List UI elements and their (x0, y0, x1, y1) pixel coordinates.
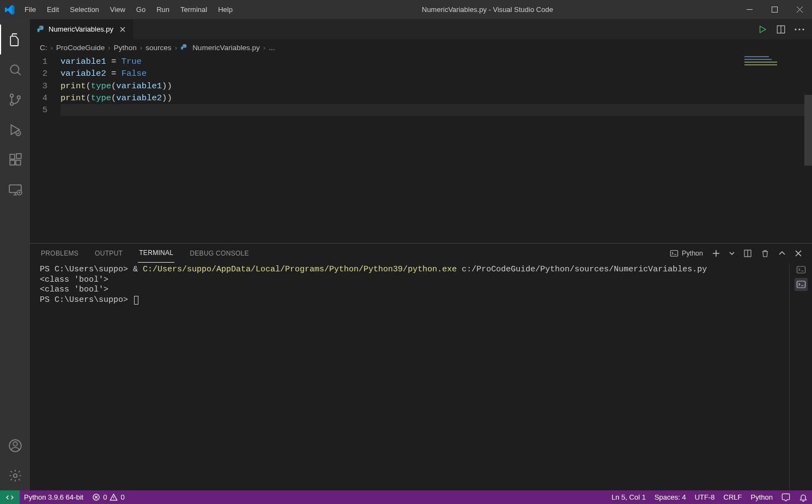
svg-point-4 (17, 95, 20, 98)
window-maximize-button[interactable] (762, 0, 787, 19)
source-control-icon[interactable] (0, 84, 30, 114)
svg-point-16 (795, 28, 796, 30)
python-file-icon (180, 44, 188, 51)
svg-rect-6 (10, 154, 15, 159)
svg-rect-20 (744, 59, 772, 60)
svg-rect-8 (16, 160, 21, 165)
main-area: NumericVariables.py C:› ProCodeGuide› Py… (0, 19, 812, 490)
editor-toolbar (750, 19, 812, 39)
status-bar: Python 3.9.6 64-bit 0 0 Ln 5, Col 1 Spac… (0, 490, 812, 504)
settings-gear-icon[interactable] (0, 460, 30, 490)
status-interpreter[interactable]: Python 3.9.6 64-bit (20, 490, 88, 504)
svg-point-2 (10, 94, 13, 96)
split-editor-icon[interactable] (776, 25, 786, 34)
panel-close-icon[interactable] (795, 250, 802, 257)
tab-close-icon[interactable] (119, 26, 126, 33)
minimap[interactable] (744, 55, 804, 77)
bottom-panel: Problems Output Terminal Debug Console P… (30, 243, 812, 490)
svg-rect-25 (797, 266, 805, 273)
remote-indicator[interactable] (0, 490, 20, 504)
explorer-icon[interactable] (0, 25, 30, 54)
python-file-icon (37, 25, 45, 34)
status-indentation[interactable]: Spaces: 4 (650, 490, 690, 504)
crumb-p1[interactable]: ProCodeGuide (56, 44, 105, 52)
svg-point-18 (802, 28, 804, 30)
breadcrumb[interactable]: C:› ProCodeGuide› Python› sources› Numer… (30, 40, 812, 55)
editor-area: NumericVariables.py C:› ProCodeGuide› Py… (30, 19, 812, 490)
editor-scrollbar[interactable] (804, 55, 812, 243)
run-file-icon[interactable] (758, 25, 767, 34)
tab-numericvariables[interactable]: NumericVariables.py (30, 19, 134, 39)
titlebar: File Edit Selection View Go Run Terminal… (0, 0, 812, 19)
status-language-mode[interactable]: Python (747, 490, 777, 504)
svg-rect-9 (16, 154, 21, 159)
crumb-p2[interactable]: Python (114, 44, 137, 52)
kill-terminal-icon[interactable] (761, 249, 769, 258)
window-title: NumericVariables.py - Visual Studio Code (238, 5, 737, 14)
svg-point-17 (798, 28, 800, 30)
terminal-dropdown-icon[interactable] (729, 251, 735, 256)
svg-point-1 (10, 65, 19, 73)
menu-terminal[interactable]: Terminal (175, 0, 213, 19)
code-content[interactable]: variable1 = True variable2 = False print… (60, 55, 812, 243)
svg-point-3 (10, 102, 13, 105)
svg-point-14 (13, 473, 17, 477)
svg-rect-23 (670, 250, 677, 256)
svg-rect-7 (10, 160, 15, 165)
svg-rect-0 (772, 7, 777, 13)
panel-tab-debug-console[interactable]: Debug Console (189, 244, 250, 263)
more-actions-icon[interactable] (795, 28, 804, 31)
terminal-selector[interactable]: Python (670, 249, 703, 258)
terminal-instance-icon[interactable] (796, 265, 806, 275)
svg-rect-22 (744, 64, 777, 65)
status-cursor-position[interactable]: Ln 5, Col 1 (607, 490, 650, 504)
extensions-icon[interactable] (0, 144, 30, 174)
remote-explorer-icon[interactable] (0, 174, 30, 204)
activity-bar (0, 19, 30, 490)
editor-panel-split: 1 2 3 4 5 variable1 = True variable2 = F… (30, 55, 812, 490)
crumb-file[interactable]: NumericVariables.py (192, 44, 260, 52)
crumb-root[interactable]: C: (40, 44, 47, 52)
crumb-tail[interactable]: ... (269, 44, 275, 52)
status-problems[interactable]: 0 0 (88, 490, 129, 504)
menu-view[interactable]: View (105, 0, 131, 19)
menubar: File Edit Selection View Go Run Terminal… (19, 0, 238, 19)
line-number-gutter: 1 2 3 4 5 (30, 55, 60, 243)
vscode-logo-icon (0, 5, 19, 15)
menu-edit[interactable]: Edit (41, 0, 64, 19)
run-debug-icon[interactable] (0, 114, 30, 144)
menu-go[interactable]: Go (131, 0, 151, 19)
tab-filename: NumericVariables.py (49, 25, 113, 33)
terminal-side-gutter (789, 263, 812, 490)
svg-rect-26 (797, 281, 805, 288)
window-controls (737, 0, 812, 19)
code-editor[interactable]: 1 2 3 4 5 variable1 = True variable2 = F… (30, 55, 812, 243)
terminal-instance-icon[interactable] (795, 278, 808, 291)
menu-help[interactable]: Help (213, 0, 238, 19)
window-minimize-button[interactable] (737, 0, 762, 19)
window-close-button[interactable] (787, 0, 812, 19)
crumb-p3[interactable]: sources (146, 44, 171, 52)
menu-selection[interactable]: Selection (64, 0, 104, 19)
svg-rect-21 (744, 62, 777, 63)
editor-tabs: NumericVariables.py (30, 19, 812, 40)
panel-tab-output[interactable]: Output (94, 244, 124, 263)
panel-tab-problems[interactable]: Problems (40, 244, 80, 263)
accounts-icon[interactable] (0, 430, 30, 460)
status-notifications-icon[interactable] (795, 490, 812, 504)
menu-run[interactable]: Run (151, 0, 175, 19)
svg-rect-19 (744, 56, 769, 57)
split-terminal-icon[interactable] (743, 249, 752, 258)
panel-tabs: Problems Output Terminal Debug Console P… (30, 244, 812, 263)
svg-point-13 (13, 441, 17, 446)
terminal-cursor (134, 296, 138, 305)
menu-file[interactable]: File (19, 0, 41, 19)
status-eol[interactable]: CRLF (719, 490, 747, 504)
search-icon[interactable] (0, 54, 30, 84)
new-terminal-icon[interactable] (712, 249, 720, 258)
panel-tab-terminal[interactable]: Terminal (138, 244, 174, 263)
terminal-output[interactable]: PS C:\Users\suppo> & C:/Users/suppo/AppD… (30, 263, 789, 490)
status-encoding[interactable]: UTF-8 (690, 490, 719, 504)
status-feedback-icon[interactable] (777, 490, 795, 504)
panel-maximize-icon[interactable] (778, 250, 786, 257)
